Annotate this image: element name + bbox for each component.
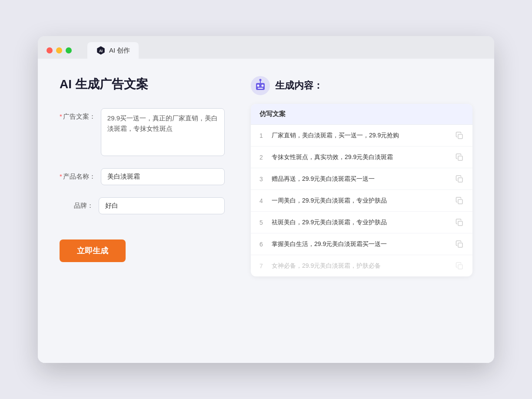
copy-icon-7[interactable]	[455, 262, 464, 270]
svg-rect-3	[256, 83, 265, 90]
result-header: 生成内容：	[251, 76, 472, 95]
svg-rect-14	[458, 243, 462, 247]
row-num-2: 2	[259, 154, 272, 161]
browser-titlebar: AI AI 创作	[38, 36, 494, 59]
browser-content: AI 生成广告文案 *广告文案： 29.9买一送一，真正的厂家直销，美白淡斑霜，…	[38, 59, 494, 363]
copy-icon-3[interactable]	[455, 175, 464, 183]
minimize-button[interactable]	[56, 47, 62, 53]
left-panel: AI 生成广告文案 *广告文案： 29.9买一送一，真正的厂家直销，美白淡斑霜，…	[60, 76, 225, 276]
row-num-6: 6	[259, 241, 272, 248]
row-text-2: 专抹女性斑点，真实功效，29.9元美白淡斑霜	[272, 153, 451, 162]
row-text-5: 祛斑美白，29.9元美白淡斑霜，专业护肤品	[272, 218, 451, 227]
row-text-1: 厂家直销，美白淡斑霜，买一送一，29.9元抢购	[272, 131, 451, 140]
table-row: 5 祛斑美白，29.9元美白淡斑霜，专业护肤品	[251, 212, 472, 233]
ad-copy-label: *广告文案：	[60, 108, 101, 121]
traffic-lights	[47, 47, 72, 53]
svg-point-4	[257, 85, 259, 87]
brand-group: 品牌：	[60, 197, 225, 214]
table-row: 4 一周美白，29.9元美白淡斑霜，专业护肤品	[251, 190, 472, 212]
page-title: AI 生成广告文案	[60, 76, 225, 93]
svg-rect-15	[458, 265, 462, 269]
svg-rect-6	[258, 88, 263, 89]
result-table: 仿写文案 1 厂家直销，美白淡斑霜，买一送一，29.9元抢购 2 专抹女性斑点	[251, 104, 472, 276]
ad-copy-group: *广告文案： 29.9买一送一，真正的厂家直销，美白淡斑霜，专抹女性斑点	[60, 108, 225, 156]
table-row: 3 赠品再送，29.9元美白淡斑霜买一送一	[251, 168, 472, 190]
table-row: 7 女神必备，29.9元美白淡斑霜，护肤必备	[251, 255, 472, 276]
copy-icon-5[interactable]	[455, 218, 464, 227]
svg-point-8	[259, 79, 262, 81]
row-text-6: 掌握美白生活，29.9元美白淡斑霜买一送一	[272, 239, 451, 249]
ad-copy-input[interactable]: 29.9买一送一，真正的厂家直销，美白淡斑霜，专抹女性斑点	[101, 108, 225, 156]
row-num-1: 1	[259, 132, 272, 139]
row-num-3: 3	[259, 176, 272, 183]
row-num-7: 7	[259, 263, 272, 269]
row-num-4: 4	[259, 197, 272, 204]
ad-copy-required: *	[60, 113, 62, 120]
table-header: 仿写文案	[251, 104, 472, 125]
row-text-7: 女神必备，29.9元美白淡斑霜，护肤必备	[272, 261, 451, 270]
main-layout: AI 生成广告文案 *广告文案： 29.9买一送一，真正的厂家直销，美白淡斑霜，…	[60, 76, 472, 276]
svg-rect-13	[458, 221, 462, 226]
copy-icon-4[interactable]	[455, 196, 464, 205]
product-name-group: *产品名称：	[60, 168, 225, 185]
result-title: 生成内容：	[275, 79, 323, 92]
browser-tab[interactable]: AI AI 创作	[87, 42, 139, 59]
close-button[interactable]	[47, 47, 53, 53]
row-num-5: 5	[259, 219, 272, 226]
copy-icon-2[interactable]	[455, 153, 464, 162]
copy-icon-1[interactable]	[455, 131, 464, 140]
svg-rect-9	[458, 134, 462, 139]
table-row: 2 专抹女性斑点，真实功效，29.9元美白淡斑霜	[251, 146, 472, 168]
copy-icon-6[interactable]	[455, 240, 464, 249]
generate-button[interactable]: 立即生成	[60, 239, 126, 262]
robot-icon	[251, 76, 270, 95]
ai-tab-icon: AI	[96, 46, 106, 55]
browser-window: AI AI 创作 AI 生成广告文案 *广告文案： 29.9买一送一，真正的厂家…	[38, 36, 494, 363]
product-name-required: *	[60, 173, 62, 180]
maximize-button[interactable]	[66, 47, 72, 53]
svg-rect-10	[458, 156, 462, 160]
svg-point-5	[262, 85, 264, 87]
right-panel: 生成内容： 仿写文案 1 厂家直销，美白淡斑霜，买一送一，29.9元抢购	[251, 76, 472, 276]
svg-rect-11	[458, 178, 462, 182]
brand-label: 品牌：	[60, 197, 99, 210]
table-row: 6 掌握美白生活，29.9元美白淡斑霜买一送一	[251, 233, 472, 255]
svg-rect-12	[458, 200, 462, 204]
row-text-3: 赠品再送，29.9元美白淡斑霜买一送一	[272, 174, 451, 183]
svg-text:AI: AI	[99, 49, 103, 53]
product-name-input[interactable]	[101, 168, 225, 185]
product-name-label: *产品名称：	[60, 168, 101, 181]
row-text-4: 一周美白，29.9元美白淡斑霜，专业护肤品	[272, 196, 451, 205]
table-row: 1 厂家直销，美白淡斑霜，买一送一，29.9元抢购	[251, 125, 472, 146]
brand-input[interactable]	[99, 197, 225, 214]
tab-label: AI 创作	[109, 47, 130, 55]
